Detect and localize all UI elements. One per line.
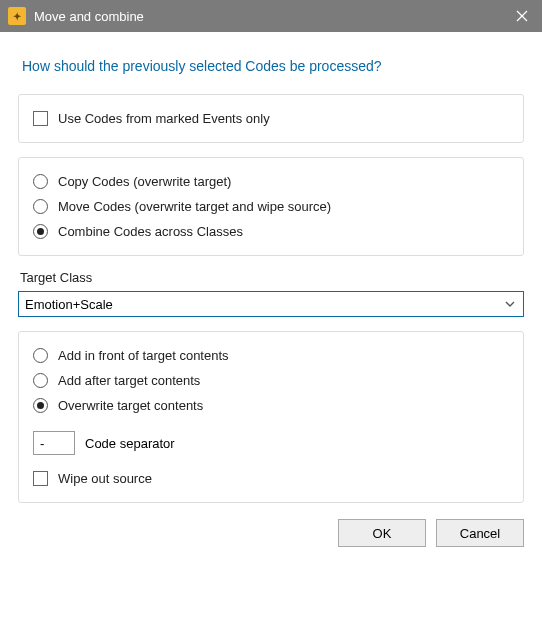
marked-only-panel: Use Codes from marked Events only	[18, 94, 524, 143]
mode-move-row[interactable]: Move Codes (overwrite target and wipe so…	[33, 199, 509, 214]
marked-only-label: Use Codes from marked Events only	[58, 111, 270, 126]
mode-combine-label: Combine Codes across Classes	[58, 224, 243, 239]
target-class-dropdown-button[interactable]	[497, 292, 523, 316]
placement-overwrite-row[interactable]: Overwrite target contents	[33, 398, 509, 413]
close-button[interactable]	[502, 0, 542, 32]
placement-overwrite-label: Overwrite target contents	[58, 398, 203, 413]
wipe-source-label: Wipe out source	[58, 471, 152, 486]
titlebar: ✦ Move and combine	[0, 0, 542, 32]
cancel-button[interactable]: Cancel	[436, 519, 524, 547]
mode-move-label: Move Codes (overwrite target and wipe so…	[58, 199, 331, 214]
dialog-buttons: OK Cancel	[18, 519, 524, 547]
mode-copy-row[interactable]: Copy Codes (overwrite target)	[33, 174, 509, 189]
mode-combine-row[interactable]: Combine Codes across Classes	[33, 224, 509, 239]
placement-after-radio[interactable]	[33, 373, 48, 388]
ok-button[interactable]: OK	[338, 519, 426, 547]
placement-after-row[interactable]: Add after target contents	[33, 373, 509, 388]
placement-after-label: Add after target contents	[58, 373, 200, 388]
target-class-label: Target Class	[20, 270, 522, 285]
separator-row: Code separator	[33, 431, 509, 455]
target-class-combo[interactable]	[18, 291, 524, 317]
separator-input[interactable]	[33, 431, 75, 455]
mode-copy-label: Copy Codes (overwrite target)	[58, 174, 231, 189]
mode-move-radio[interactable]	[33, 199, 48, 214]
placement-front-radio[interactable]	[33, 348, 48, 363]
placement-front-row[interactable]: Add in front of target contents	[33, 348, 509, 363]
dialog-body: How should the previously selected Codes…	[0, 32, 542, 561]
chevron-down-icon	[504, 298, 516, 310]
separator-label: Code separator	[85, 436, 175, 451]
mode-copy-radio[interactable]	[33, 174, 48, 189]
placement-front-label: Add in front of target contents	[58, 348, 229, 363]
prompt-text: How should the previously selected Codes…	[22, 58, 520, 74]
wipe-source-row[interactable]: Wipe out source	[33, 471, 509, 486]
mode-panel: Copy Codes (overwrite target) Move Codes…	[18, 157, 524, 256]
placement-panel: Add in front of target contents Add afte…	[18, 331, 524, 503]
target-class-input[interactable]	[19, 292, 497, 316]
placement-overwrite-radio[interactable]	[33, 398, 48, 413]
app-icon: ✦	[8, 7, 26, 25]
marked-only-checkbox[interactable]	[33, 111, 48, 126]
marked-only-checkbox-row[interactable]: Use Codes from marked Events only	[33, 111, 509, 126]
wipe-source-checkbox[interactable]	[33, 471, 48, 486]
close-icon	[516, 10, 528, 22]
mode-combine-radio[interactable]	[33, 224, 48, 239]
window-title: Move and combine	[34, 9, 502, 24]
